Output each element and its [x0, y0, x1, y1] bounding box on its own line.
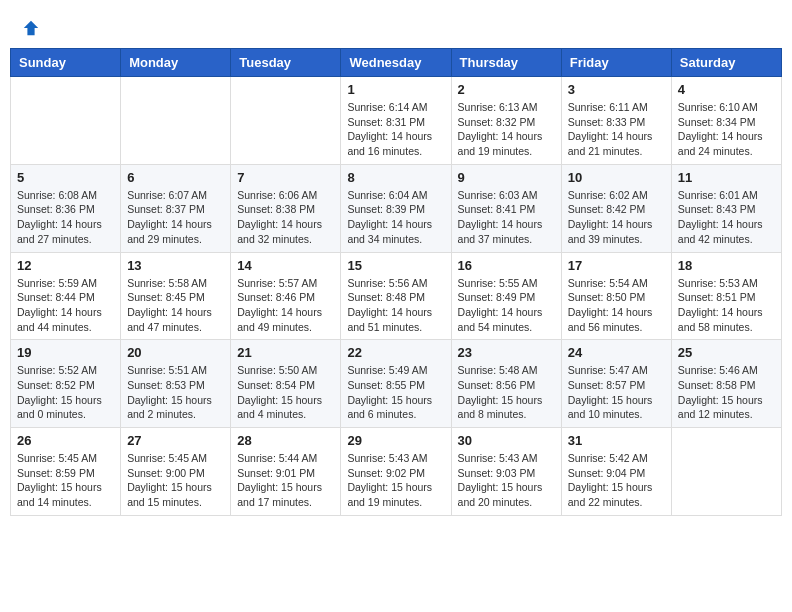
- day-number: 25: [678, 345, 775, 360]
- calendar-cell: 25Sunrise: 5:46 AMSunset: 8:58 PMDayligh…: [671, 340, 781, 428]
- day-info: Sunrise: 6:03 AMSunset: 8:41 PMDaylight:…: [458, 188, 555, 247]
- calendar-cell: 17Sunrise: 5:54 AMSunset: 8:50 PMDayligh…: [561, 252, 671, 340]
- calendar-cell: 18Sunrise: 5:53 AMSunset: 8:51 PMDayligh…: [671, 252, 781, 340]
- day-info: Sunrise: 5:55 AMSunset: 8:49 PMDaylight:…: [458, 276, 555, 335]
- calendar-cell: 23Sunrise: 5:48 AMSunset: 8:56 PMDayligh…: [451, 340, 561, 428]
- day-info: Sunrise: 5:51 AMSunset: 8:53 PMDaylight:…: [127, 363, 224, 422]
- day-number: 4: [678, 82, 775, 97]
- calendar-cell: 2Sunrise: 6:13 AMSunset: 8:32 PMDaylight…: [451, 77, 561, 165]
- calendar-cell: 24Sunrise: 5:47 AMSunset: 8:57 PMDayligh…: [561, 340, 671, 428]
- day-number: 19: [17, 345, 114, 360]
- calendar-cell: 20Sunrise: 5:51 AMSunset: 8:53 PMDayligh…: [121, 340, 231, 428]
- day-number: 3: [568, 82, 665, 97]
- calendar-week-row: 19Sunrise: 5:52 AMSunset: 8:52 PMDayligh…: [11, 340, 782, 428]
- day-number: 8: [347, 170, 444, 185]
- day-number: 30: [458, 433, 555, 448]
- day-info: Sunrise: 5:59 AMSunset: 8:44 PMDaylight:…: [17, 276, 114, 335]
- day-number: 1: [347, 82, 444, 97]
- calendar-body: 1Sunrise: 6:14 AMSunset: 8:31 PMDaylight…: [11, 77, 782, 516]
- calendar-cell: 16Sunrise: 5:55 AMSunset: 8:49 PMDayligh…: [451, 252, 561, 340]
- day-number: 29: [347, 433, 444, 448]
- calendar-cell: [121, 77, 231, 165]
- calendar-cell: 13Sunrise: 5:58 AMSunset: 8:45 PMDayligh…: [121, 252, 231, 340]
- calendar-week-row: 5Sunrise: 6:08 AMSunset: 8:36 PMDaylight…: [11, 164, 782, 252]
- calendar-week-row: 12Sunrise: 5:59 AMSunset: 8:44 PMDayligh…: [11, 252, 782, 340]
- day-info: Sunrise: 5:50 AMSunset: 8:54 PMDaylight:…: [237, 363, 334, 422]
- day-number: 13: [127, 258, 224, 273]
- day-header-sunday: Sunday: [11, 49, 121, 77]
- calendar-cell: 11Sunrise: 6:01 AMSunset: 8:43 PMDayligh…: [671, 164, 781, 252]
- day-number: 21: [237, 345, 334, 360]
- day-info: Sunrise: 5:44 AMSunset: 9:01 PMDaylight:…: [237, 451, 334, 510]
- day-number: 16: [458, 258, 555, 273]
- day-info: Sunrise: 5:43 AMSunset: 9:02 PMDaylight:…: [347, 451, 444, 510]
- day-number: 10: [568, 170, 665, 185]
- day-info: Sunrise: 6:08 AMSunset: 8:36 PMDaylight:…: [17, 188, 114, 247]
- day-info: Sunrise: 5:47 AMSunset: 8:57 PMDaylight:…: [568, 363, 665, 422]
- day-info: Sunrise: 5:56 AMSunset: 8:48 PMDaylight:…: [347, 276, 444, 335]
- day-number: 28: [237, 433, 334, 448]
- day-info: Sunrise: 5:57 AMSunset: 8:46 PMDaylight:…: [237, 276, 334, 335]
- calendar-cell: 7Sunrise: 6:06 AMSunset: 8:38 PMDaylight…: [231, 164, 341, 252]
- logo-icon: [22, 19, 40, 37]
- day-number: 23: [458, 345, 555, 360]
- day-header-monday: Monday: [121, 49, 231, 77]
- day-number: 24: [568, 345, 665, 360]
- calendar-cell: 14Sunrise: 5:57 AMSunset: 8:46 PMDayligh…: [231, 252, 341, 340]
- day-info: Sunrise: 5:46 AMSunset: 8:58 PMDaylight:…: [678, 363, 775, 422]
- day-info: Sunrise: 6:10 AMSunset: 8:34 PMDaylight:…: [678, 100, 775, 159]
- calendar-cell: 27Sunrise: 5:45 AMSunset: 9:00 PMDayligh…: [121, 428, 231, 516]
- day-info: Sunrise: 5:49 AMSunset: 8:55 PMDaylight:…: [347, 363, 444, 422]
- calendar-cell: [231, 77, 341, 165]
- day-header-friday: Friday: [561, 49, 671, 77]
- day-number: 27: [127, 433, 224, 448]
- day-info: Sunrise: 6:14 AMSunset: 8:31 PMDaylight:…: [347, 100, 444, 159]
- calendar-cell: 4Sunrise: 6:10 AMSunset: 8:34 PMDaylight…: [671, 77, 781, 165]
- calendar-week-row: 26Sunrise: 5:45 AMSunset: 8:59 PMDayligh…: [11, 428, 782, 516]
- calendar-cell: 21Sunrise: 5:50 AMSunset: 8:54 PMDayligh…: [231, 340, 341, 428]
- day-number: 5: [17, 170, 114, 185]
- calendar-cell: 15Sunrise: 5:56 AMSunset: 8:48 PMDayligh…: [341, 252, 451, 340]
- calendar-cell: 8Sunrise: 6:04 AMSunset: 8:39 PMDaylight…: [341, 164, 451, 252]
- day-info: Sunrise: 5:45 AMSunset: 9:00 PMDaylight:…: [127, 451, 224, 510]
- day-info: Sunrise: 5:42 AMSunset: 9:04 PMDaylight:…: [568, 451, 665, 510]
- logo: [20, 15, 40, 33]
- day-number: 18: [678, 258, 775, 273]
- day-number: 31: [568, 433, 665, 448]
- day-number: 14: [237, 258, 334, 273]
- calendar-cell: 28Sunrise: 5:44 AMSunset: 9:01 PMDayligh…: [231, 428, 341, 516]
- day-number: 17: [568, 258, 665, 273]
- calendar-cell: 12Sunrise: 5:59 AMSunset: 8:44 PMDayligh…: [11, 252, 121, 340]
- calendar-cell: 19Sunrise: 5:52 AMSunset: 8:52 PMDayligh…: [11, 340, 121, 428]
- calendar-header-row: SundayMondayTuesdayWednesdayThursdayFrid…: [11, 49, 782, 77]
- day-info: Sunrise: 5:45 AMSunset: 8:59 PMDaylight:…: [17, 451, 114, 510]
- calendar-cell: [11, 77, 121, 165]
- day-number: 2: [458, 82, 555, 97]
- day-info: Sunrise: 6:06 AMSunset: 8:38 PMDaylight:…: [237, 188, 334, 247]
- calendar-cell: 30Sunrise: 5:43 AMSunset: 9:03 PMDayligh…: [451, 428, 561, 516]
- calendar-cell: 5Sunrise: 6:08 AMSunset: 8:36 PMDaylight…: [11, 164, 121, 252]
- calendar-cell: 10Sunrise: 6:02 AMSunset: 8:42 PMDayligh…: [561, 164, 671, 252]
- day-number: 15: [347, 258, 444, 273]
- day-number: 6: [127, 170, 224, 185]
- day-number: 26: [17, 433, 114, 448]
- day-info: Sunrise: 6:07 AMSunset: 8:37 PMDaylight:…: [127, 188, 224, 247]
- day-number: 9: [458, 170, 555, 185]
- day-info: Sunrise: 5:52 AMSunset: 8:52 PMDaylight:…: [17, 363, 114, 422]
- day-number: 22: [347, 345, 444, 360]
- day-info: Sunrise: 5:54 AMSunset: 8:50 PMDaylight:…: [568, 276, 665, 335]
- day-info: Sunrise: 6:02 AMSunset: 8:42 PMDaylight:…: [568, 188, 665, 247]
- calendar-cell: [671, 428, 781, 516]
- day-info: Sunrise: 6:11 AMSunset: 8:33 PMDaylight:…: [568, 100, 665, 159]
- day-header-thursday: Thursday: [451, 49, 561, 77]
- calendar-cell: 1Sunrise: 6:14 AMSunset: 8:31 PMDaylight…: [341, 77, 451, 165]
- calendar-cell: 6Sunrise: 6:07 AMSunset: 8:37 PMDaylight…: [121, 164, 231, 252]
- day-info: Sunrise: 6:04 AMSunset: 8:39 PMDaylight:…: [347, 188, 444, 247]
- day-info: Sunrise: 5:43 AMSunset: 9:03 PMDaylight:…: [458, 451, 555, 510]
- day-info: Sunrise: 6:13 AMSunset: 8:32 PMDaylight:…: [458, 100, 555, 159]
- day-info: Sunrise: 5:58 AMSunset: 8:45 PMDaylight:…: [127, 276, 224, 335]
- calendar-cell: 29Sunrise: 5:43 AMSunset: 9:02 PMDayligh…: [341, 428, 451, 516]
- day-number: 12: [17, 258, 114, 273]
- day-number: 7: [237, 170, 334, 185]
- day-number: 20: [127, 345, 224, 360]
